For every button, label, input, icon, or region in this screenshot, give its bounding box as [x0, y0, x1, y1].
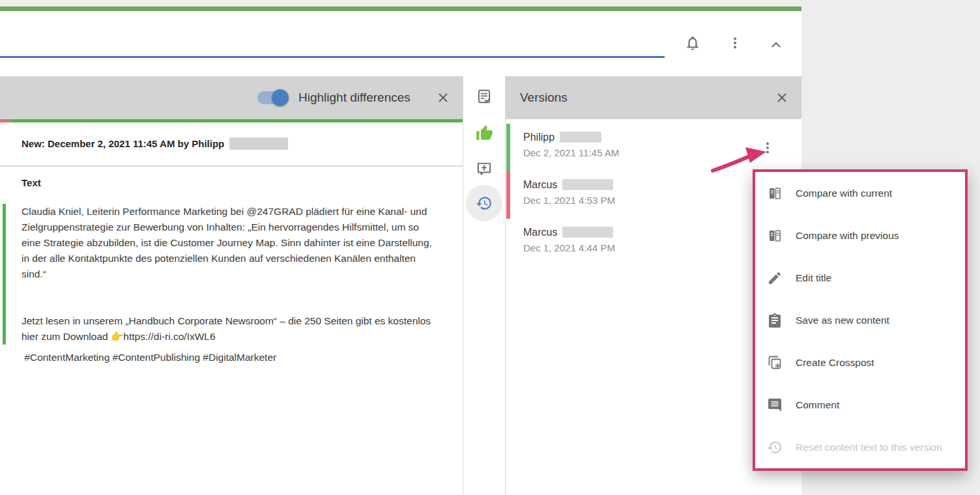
add-comment-icon[interactable] — [476, 160, 493, 177]
redacted-author-name — [562, 179, 613, 190]
history-icon — [767, 440, 783, 455]
menu-item-label: Comment — [796, 399, 839, 411]
version-context-menu: Compare with current Compare with previo… — [753, 169, 968, 471]
diff-panel-header: Highlight differences — [0, 76, 463, 119]
menu-item-label: Edit title — [796, 272, 831, 284]
versions-history-button-active[interactable] — [466, 185, 502, 221]
versions-close-icon[interactable] — [775, 91, 789, 105]
highlight-differences-toggle[interactable] — [257, 91, 290, 104]
version-item-more-icon[interactable] — [760, 140, 775, 156]
menu-item-label: Reset content text to this version — [796, 442, 942, 453]
hashtags-line: #ContentMarketing #ContentPublishing #Di… — [22, 350, 440, 365]
crosspost-icon — [767, 355, 783, 371]
redacted-author-name — [560, 132, 601, 143]
version-author: Philipp — [523, 132, 555, 143]
diff-compare-panel: Highlight differences New: December 2, 2… — [0, 76, 463, 495]
menu-item-compare-with-previous[interactable]: Compare with previous — [755, 214, 965, 257]
version-list-item[interactable]: Philipp Dec 2, 2021 11:45 AM — [506, 124, 801, 171]
toggle-knob — [272, 89, 289, 106]
header-divider — [0, 165, 463, 167]
compare-icon — [767, 186, 783, 201]
title-input-underline[interactable] — [0, 56, 665, 58]
menu-item-label: Compare with current — [796, 188, 892, 199]
new-version-color-strip — [10, 119, 463, 122]
content-notes-icon[interactable] — [476, 88, 493, 105]
version-date: Dec 2, 2021 11:45 AM — [506, 143, 801, 158]
menu-item-edit-title[interactable]: Edit title — [755, 257, 965, 299]
comment-icon — [767, 397, 783, 413]
version-author: Marcus — [523, 227, 557, 238]
diff-added-text-block: Claudia Kniel, Leiterin Performance Mark… — [3, 204, 440, 345]
collapse-chevron-up-icon[interactable] — [768, 37, 784, 53]
menu-item-create-crosspost[interactable]: Create Crosspost — [755, 341, 965, 384]
menu-item-compare-with-current[interactable]: Compare with current — [755, 172, 965, 214]
diff-panel-close-icon[interactable] — [436, 91, 450, 105]
content-paragraph: Claudia Kniel, Leiterin Performance Mark… — [22, 204, 440, 282]
version-author: Marcus — [523, 179, 557, 190]
topbar — [0, 7, 801, 76]
version-meta-heading: New: December 2, 2021 11:45 AM by Philip… — [22, 137, 288, 150]
old-version-color-strip — [0, 119, 10, 122]
history-icon — [476, 195, 493, 212]
highlight-differences-label: Highlight differences — [298, 76, 411, 119]
menu-item-label: Compare with previous — [796, 230, 899, 242]
version-indicator-red — [506, 171, 510, 219]
version-meta-text: New: December 2, 2021 11:45 AM by Philip… — [22, 138, 224, 149]
menu-item-reset-content-text[interactable]: Reset content text to this version — [755, 426, 965, 468]
menu-item-comment[interactable]: Comment — [755, 384, 965, 426]
version-indicator-green — [506, 124, 510, 171]
menu-item-label: Create Crosspost — [796, 357, 874, 369]
versions-title: Versions — [520, 76, 568, 119]
menu-item-label: Save as new content — [796, 315, 889, 326]
menu-item-save-as-new-content[interactable]: Create Crosspost Save as new content — [755, 299, 965, 341]
notifications-bell-icon[interactable] — [684, 35, 701, 51]
versions-panel-header: Versions — [506, 76, 801, 119]
paragraph-spacer — [22, 282, 440, 313]
clipboard-icon — [767, 313, 783, 328]
thumbs-up-icon[interactable] — [476, 124, 493, 142]
text-field-label: Text — [22, 177, 41, 188]
app-frame: Highlight differences New: December 2, 2… — [0, 0, 980, 495]
side-toolbar — [463, 76, 506, 495]
redacted-author-name — [229, 137, 288, 150]
compare-icon — [767, 228, 783, 244]
topbar-more-icon[interactable] — [727, 35, 743, 51]
redacted-author-name — [562, 227, 613, 238]
pencil-icon — [767, 270, 783, 286]
content-paragraph: Jetzt lesen in unserem „Handbuch Corpora… — [22, 313, 440, 345]
